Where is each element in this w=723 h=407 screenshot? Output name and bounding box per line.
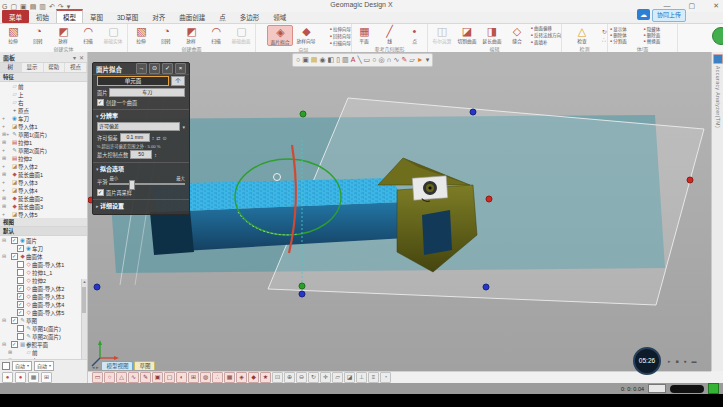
viewport-tool-icon[interactable]: ▱ [409,55,414,65]
recorder-bubble[interactable] [712,27,723,45]
bottom-tool-icon[interactable]: ▭ [92,372,103,383]
handle-dot-blue[interactable] [483,284,489,290]
panel-tab[interactable]: 帮助 [44,63,66,72]
ribbon-button[interactable]: ◨延长曲面 [480,25,504,44]
bottom-tool-icon[interactable]: ⊥ [356,372,367,383]
visibility-checkbox[interactable] [17,325,24,332]
ribbon-tab[interactable]: 领域 [266,10,293,23]
tree-item[interactable]: + ◪ 导入体5 [0,210,87,218]
handle-dot-red[interactable] [687,177,693,183]
resample-checkbox[interactable] [97,189,104,196]
ribbon-tab[interactable]: 菜单 [2,10,29,23]
viewport-tool-icon[interactable]: ▾ [426,55,430,65]
filter-icon[interactable]: ● [2,372,13,383]
view-tab[interactable]: 模型视图 [101,361,133,370]
ribbon-button[interactable]: ▦平面 [353,25,377,44]
ribbon-button[interactable]: ▧拉伸 [130,25,154,44]
expand-icon[interactable]: + [2,163,11,169]
expand-icon[interactable]: ⊞ [2,203,11,209]
expand-icon[interactable]: + [2,115,11,121]
bottom-tool-icon[interactable]: ◪ [344,372,355,383]
pin-icon[interactable]: ▾ [73,55,76,61]
viewport-tool-icon[interactable]: ╲ [357,55,361,65]
bottom-tool-icon[interactable]: ▣ [152,372,163,383]
visibility-checkbox[interactable] [11,237,18,244]
expand-icon[interactable]: ⊞ [2,139,11,145]
viewport-tool-icon[interactable]: ∿ [394,55,400,65]
expand-icon[interactable]: + [2,211,11,217]
expand-icon[interactable]: + [2,179,11,185]
expand-icon[interactable]: ⊞ [2,171,11,177]
bottom-tool-icon[interactable]: ◍ [200,372,211,383]
resolution-mode-dropdown[interactable]: 许可偏差 [97,122,180,131]
ribbon-button[interactable]: ◫布尔运算 [430,25,454,44]
timer-control-icon[interactable]: ● [684,358,687,364]
bottom-tool-icon[interactable]: ↻ [308,372,319,383]
viewport-tool-icon[interactable]: ▥ [342,55,349,65]
max-points-input[interactable]: 50 [130,150,152,159]
bottom-tool-icon[interactable]: ⊡ [272,372,283,383]
expand-icon[interactable]: + [2,123,11,129]
spinner-icon[interactable]: ↕ [154,152,157,158]
resolution-section-header[interactable]: 分辨率 [93,109,189,121]
close-panel-icon[interactable]: ✕ [79,55,84,61]
viewport-tool-icon[interactable]: ○ [372,55,376,65]
bottom-tool-icon[interactable]: ◔ [380,372,391,383]
tree-item[interactable]: ◇ 曲面-导入体5 [0,308,87,316]
handle-dot-blue[interactable] [299,291,305,297]
bottom-tool-icon[interactable]: ∿ [128,372,139,383]
bottom-tool-icon[interactable]: ◈ [236,372,247,383]
ribbon-small-icon[interactable]: ↻ [602,28,607,35]
tree-item[interactable]: ◇ 曲面-导入体2 [0,284,87,292]
handle-dot-green[interactable] [299,283,305,289]
ribbon-small-button[interactable]: ▪分割面 [610,38,642,44]
ribbon-button[interactable]: ◆放样向导 [294,25,318,44]
expand-icon[interactable]: + [2,187,11,193]
scroll-thumb[interactable] [82,287,86,313]
viewport-tool-icon[interactable]: ▣ [302,55,309,65]
viewport-tool-icon[interactable]: A [351,55,356,65]
ribbon-tab[interactable]: 点 [212,10,233,23]
tree-item[interactable]: ✎ 草图2(面片) [0,332,87,340]
ribbon-button[interactable]: ◈面片拟合 [267,25,293,46]
tree-item[interactable]: ▱ 前 [0,82,87,90]
auto-dropdown-1[interactable]: 自动 [12,361,32,371]
visibility-checkbox[interactable] [11,253,18,260]
tree-item[interactable]: ⊞ ▤ 拉伸1 [0,138,87,146]
expand-icon[interactable]: ⊟ [2,253,11,259]
visibility-checkbox[interactable] [17,261,24,268]
tree-item[interactable]: ⊞ ▤ 拉伸2 [0,154,87,162]
expand-icon[interactable]: ⊟ [2,237,11,243]
bottom-tool-icon[interactable]: ◐ [176,372,187,383]
ribbon-tab[interactable]: 初始 [29,10,56,23]
visibility-checkbox[interactable] [17,301,24,308]
ribbon-small-button[interactable]: ▪回转向导 [330,33,351,39]
tree-item[interactable]: ◇ 曲面-导入体4 [0,300,87,308]
visibility-checkbox[interactable] [17,293,24,300]
tree-item[interactable]: ▱ 上 [0,90,87,98]
bottom-tool-icon[interactable]: ∴ [212,372,223,383]
bottom-tool-icon[interactable]: ○ [104,372,115,383]
tree-item[interactable]: ◉ 车刀 [0,244,87,252]
ribbon-button[interactable]: ◔回转 [155,25,179,44]
filter-icon[interactable]: ⊞ [41,372,52,383]
toolbar-body-end-block[interactable] [150,210,194,255]
probe-icon[interactable]: ⊙ [162,135,166,141]
ribbon-tab[interactable]: 曲面创建 [172,10,212,23]
tree-item[interactable]: ◇ 拉伸1_1 [0,268,87,276]
insert-detail[interactable] [412,176,448,203]
tree-item[interactable]: ▱ 右 [0,98,87,106]
ribbon-small-button[interactable]: ▪扫描向导 [330,40,351,46]
single-surface-checkbox[interactable] [97,99,104,106]
ribbon-button[interactable]: ◠扫描 [205,25,229,44]
slider-track[interactable] [109,183,185,185]
visibility-checkbox[interactable] [17,333,24,340]
filter-icon[interactable]: ▦ [28,372,39,383]
tree-item[interactable]: ⊞ ▱ 前 [0,348,87,356]
bottom-tool-icon[interactable]: ≡ [368,372,379,383]
ribbon-button[interactable]: ▢基础实体 [102,25,126,44]
fixture-insert-slot[interactable] [422,210,452,255]
visibility-checkbox[interactable] [17,309,24,316]
ribbon-button[interactable]: ◪切割曲面 [455,25,479,44]
bottom-tool-icon[interactable]: ★ [260,372,271,383]
